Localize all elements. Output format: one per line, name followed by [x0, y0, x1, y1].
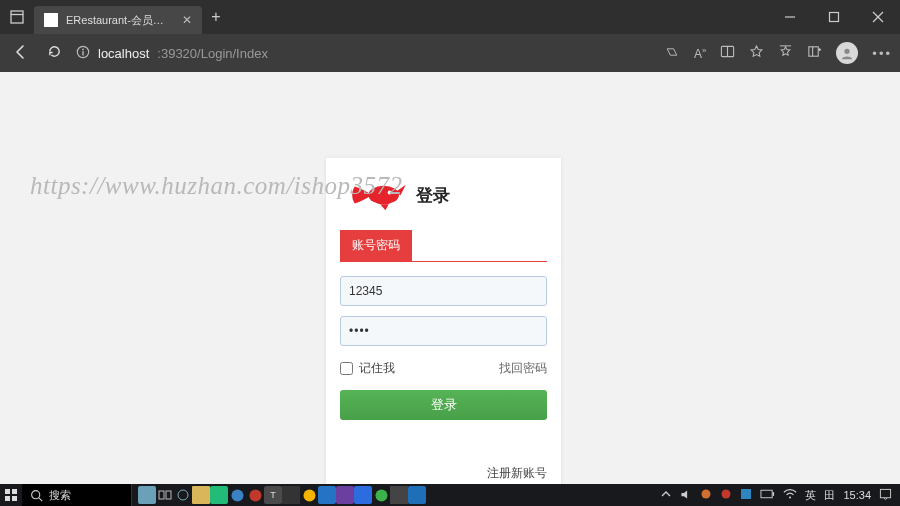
tray-icon-3[interactable]: [740, 488, 752, 502]
close-window-button[interactable]: [856, 0, 900, 34]
svg-rect-17: [5, 489, 10, 494]
svg-rect-19: [5, 496, 10, 501]
login-card: 登录 账号密码 记住我 找回密码 登录 注册新账号: [326, 158, 561, 500]
url-path: :39320/Login/Index: [157, 46, 268, 61]
svg-point-21: [32, 490, 40, 498]
taskbar-app-5[interactable]: T: [264, 486, 282, 504]
volume-icon[interactable]: [679, 488, 692, 503]
taskbar-app-2[interactable]: [174, 486, 192, 504]
svg-point-7: [82, 48, 84, 50]
search-placeholder: 搜索: [49, 488, 71, 503]
vs-icon[interactable]: [336, 486, 354, 504]
taskbar-app-9[interactable]: [408, 486, 426, 504]
options-row: 记住我 找回密码: [340, 360, 547, 377]
svg-point-14: [845, 49, 850, 54]
page-content: https://www.huzhan.com/ishop3572 登录 账号密码…: [0, 72, 900, 484]
tab-close-icon[interactable]: ✕: [182, 13, 192, 27]
taskbar-app-6[interactable]: [282, 486, 300, 504]
battery-icon[interactable]: [760, 489, 775, 501]
profile-avatar[interactable]: [836, 42, 858, 64]
svg-rect-33: [761, 490, 772, 498]
taskbar-app-1[interactable]: [138, 486, 156, 504]
tab-title: ERestaurant-会员中心: [66, 13, 174, 28]
taskbar-search[interactable]: 搜索: [22, 484, 132, 506]
wifi-icon[interactable]: [783, 488, 797, 502]
site-info-icon[interactable]: [76, 45, 90, 62]
register-link[interactable]: 注册新账号: [487, 466, 547, 480]
username-input[interactable]: [340, 276, 547, 306]
password-input[interactable]: [340, 316, 547, 346]
svg-rect-24: [166, 491, 171, 499]
remember-me-label[interactable]: 记住我: [340, 360, 395, 377]
url-host: localhost: [98, 46, 149, 61]
tab-account-password[interactable]: 账号密码: [340, 230, 412, 261]
url-field[interactable]: localhost:39320/Login/Index: [76, 45, 654, 62]
login-button[interactable]: 登录: [340, 390, 547, 420]
register-row: 注册新账号: [340, 465, 547, 482]
svg-rect-8: [82, 51, 83, 55]
window-controls: [768, 0, 900, 34]
text-size-icon[interactable]: A»: [694, 46, 706, 61]
ime-mode[interactable]: 田: [824, 488, 835, 503]
clock[interactable]: 15:34: [843, 489, 871, 501]
search-icon: [30, 489, 43, 502]
browser-tab[interactable]: ERestaurant-会员中心 ✕: [34, 6, 202, 34]
taskbar-app-7[interactable]: [354, 486, 372, 504]
svg-rect-3: [830, 13, 839, 22]
svg-line-22: [39, 497, 42, 500]
svg-point-30: [702, 490, 711, 499]
refresh-button[interactable]: [42, 44, 66, 62]
svg-rect-0: [11, 11, 23, 23]
svg-rect-12: [809, 47, 818, 56]
back-button[interactable]: [8, 44, 32, 63]
task-view-icon[interactable]: [156, 486, 174, 504]
address-bar: localhost:39320/Login/Index A» •••: [0, 34, 900, 72]
forgot-password-link[interactable]: 找回密码: [499, 360, 547, 377]
file-explorer-icon[interactable]: [192, 486, 210, 504]
ime-lang[interactable]: 英: [805, 488, 816, 503]
tab-strip: ERestaurant-会员中心 ✕ +: [0, 0, 230, 34]
taskbar-app-4[interactable]: [246, 486, 264, 504]
read-aloud-icon[interactable]: [664, 44, 680, 63]
edge-icon[interactable]: [228, 486, 246, 504]
start-button[interactable]: [0, 484, 22, 506]
collections-icon[interactable]: [807, 44, 822, 62]
svg-rect-18: [12, 489, 17, 494]
svg-rect-36: [880, 489, 890, 497]
svg-rect-23: [159, 491, 164, 499]
svg-rect-34: [773, 492, 774, 496]
svg-point-25: [178, 490, 188, 500]
svg-point-35: [789, 496, 791, 498]
vscode-icon[interactable]: [318, 486, 336, 504]
svg-point-27: [249, 489, 261, 501]
favicon-icon: [44, 13, 58, 27]
new-tab-button[interactable]: +: [202, 8, 230, 26]
svg-rect-20: [12, 496, 17, 501]
toolbar-actions: A» •••: [664, 42, 892, 64]
tray-chevron-icon[interactable]: [661, 489, 671, 501]
chrome-icon[interactable]: [300, 486, 318, 504]
notifications-icon[interactable]: [879, 488, 892, 503]
login-title: 登录: [416, 184, 450, 207]
minimize-button[interactable]: [768, 0, 812, 34]
remember-me-checkbox[interactable]: [340, 362, 353, 375]
tab-actions-icon[interactable]: [0, 10, 34, 24]
svg-point-26: [231, 489, 243, 501]
wechat-icon[interactable]: [372, 486, 390, 504]
taskbar-app-8[interactable]: [390, 486, 408, 504]
favorites-icon[interactable]: [749, 44, 764, 62]
remember-me-text: 记住我: [359, 360, 395, 377]
favorites-bar-icon[interactable]: [778, 44, 793, 62]
windows-taskbar: 搜索 T 英 田 15:34: [0, 484, 900, 506]
login-tabs: 账号密码: [340, 230, 547, 262]
taskbar-app-3[interactable]: [210, 486, 228, 504]
watermark-text: https://www.huzhan.com/ishop3572: [30, 172, 403, 200]
tray-icon-2[interactable]: [720, 488, 732, 502]
split-screen-icon[interactable]: [720, 44, 735, 62]
maximize-button[interactable]: [812, 0, 856, 34]
svg-rect-32: [741, 489, 751, 499]
menu-icon[interactable]: •••: [872, 46, 892, 61]
tray-icon-1[interactable]: [700, 488, 712, 502]
system-tray: 英 田 15:34: [661, 488, 900, 503]
svg-point-31: [722, 490, 731, 499]
